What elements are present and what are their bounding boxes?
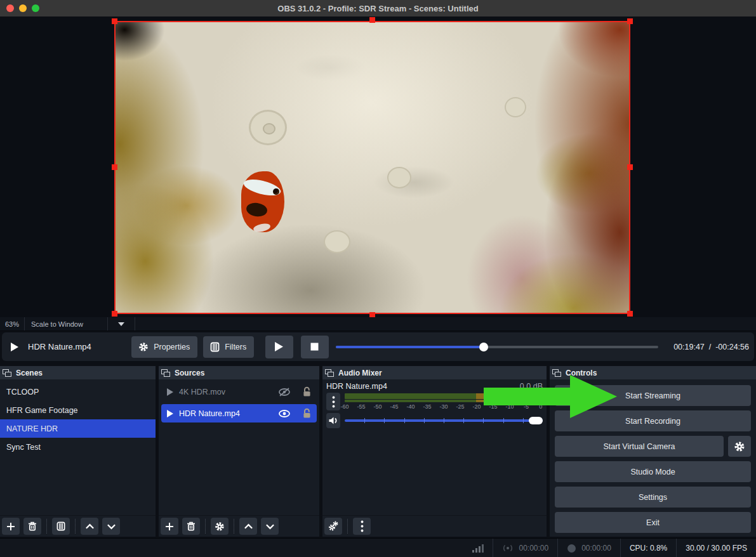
mixer-channel-menu-button[interactable] — [326, 393, 340, 410]
add-source-button[interactable] — [161, 518, 178, 535]
start-virtual-camera-button[interactable]: Start Virtual Camera — [555, 436, 724, 457]
properties-button[interactable]: Properties — [131, 336, 197, 358]
scenes-list: TCLOOP HFR Game Footage NATURE HDR Sync … — [0, 379, 156, 515]
volume-thumb[interactable] — [529, 417, 543, 424]
toolbar-separator — [75, 519, 76, 534]
audio-mixer-panel: Audio Mixer HDR Nature.mp4 0.0 dB — [322, 366, 547, 537]
seek-thumb[interactable] — [479, 343, 488, 351]
scene-item-tcloop[interactable]: TCLOOP — [0, 383, 156, 401]
resize-handle-top-center[interactable] — [369, 17, 375, 23]
unlock-icon[interactable] — [302, 386, 312, 397]
start-recording-button[interactable]: Start Recording — [555, 410, 751, 431]
trash-icon — [187, 521, 196, 531]
obs-window: OBS 31.0.2 - Profile: SDR Stream - Scene… — [0, 0, 756, 557]
kebab-menu-icon — [332, 396, 335, 408]
remove-source-button[interactable] — [182, 518, 200, 535]
eye-icon[interactable] — [278, 409, 291, 419]
controls-panel: Controls Start Streaming Start Recording… — [550, 366, 756, 537]
volume-slider[interactable] — [345, 416, 543, 425]
media-play-button[interactable] — [265, 336, 293, 358]
start-streaming-button[interactable]: Start Streaming — [555, 385, 751, 406]
status-bar: 00:00:00 00:00:00 CPU: 0.8% 30.00 / 30.0… — [0, 538, 756, 557]
fps-display: 30.00 / 30.00 FPS — [677, 539, 756, 557]
resize-handle-bottom-right[interactable] — [627, 311, 633, 317]
panel-icon — [161, 369, 170, 377]
controls-panel-title: Controls — [566, 369, 597, 377]
sources-panel-header[interactable]: Sources — [159, 366, 319, 379]
toolbar-separator — [234, 519, 234, 534]
move-source-down-button[interactable] — [261, 518, 279, 535]
scale-mode-label[interactable]: Scale to Window — [25, 317, 108, 331]
scene-item-sync-test[interactable]: Sync Test — [0, 438, 156, 456]
resize-handle-top-left[interactable] — [112, 18, 117, 24]
play-icon — [274, 341, 284, 352]
media-source-icon — [166, 409, 174, 418]
scene-filters-button[interactable] — [52, 518, 70, 535]
mixer-menu-button[interactable] — [353, 518, 371, 535]
media-time-display: 00:19:47 / -00:24:56 — [673, 343, 749, 351]
resize-handle-bottom-left[interactable] — [112, 311, 117, 317]
mixer-toolbar — [322, 515, 547, 537]
volume-meter-left — [345, 393, 543, 399]
stop-icon — [310, 343, 319, 351]
studio-mode-button[interactable]: Studio Mode — [555, 461, 751, 482]
broadcast-icon — [502, 544, 514, 553]
anemone-bulb — [387, 167, 411, 188]
mixer-db-value: 0.0 dB — [520, 382, 543, 391]
filters-button[interactable]: Filters — [203, 336, 254, 358]
audio-mixer-panel-header[interactable]: Audio Mixer — [322, 366, 547, 379]
advanced-audio-properties-button[interactable] — [324, 518, 342, 535]
scene-item-nature-hdr[interactable]: NATURE HDR — [0, 419, 156, 438]
media-stop-button[interactable] — [301, 336, 329, 358]
video-canvas[interactable] — [114, 21, 630, 314]
source-row-4k-hdr[interactable]: 4K HDR.mov — [161, 383, 317, 401]
media-seek-slider[interactable] — [336, 343, 658, 351]
toolbar-separator — [205, 519, 206, 534]
sources-panel-title: Sources — [175, 369, 204, 377]
gear-icon — [734, 441, 745, 452]
filters-button-label: Filters — [225, 343, 246, 351]
move-source-up-button[interactable] — [239, 518, 257, 535]
settings-button[interactable]: Settings — [555, 487, 751, 508]
resize-handle-mid-right[interactable] — [627, 164, 633, 170]
resize-handle-mid-left[interactable] — [112, 164, 117, 170]
move-scene-down-button[interactable] — [102, 518, 120, 535]
controls-panel-header[interactable]: Controls — [550, 366, 756, 379]
scenes-panel-title: Scenes — [16, 369, 43, 377]
record-timer: 00:00:00 — [558, 539, 620, 557]
seek-progress — [336, 346, 484, 348]
record-icon — [567, 544, 576, 553]
mute-toggle-button[interactable] — [326, 413, 340, 428]
scene-item-hfr-game-footage[interactable]: HFR Game Footage — [0, 401, 156, 419]
audio-mixer-panel-title: Audio Mixer — [338, 369, 382, 377]
scale-mode-dropdown[interactable] — [108, 317, 135, 331]
media-source-name: HDR Nature.mp4 — [28, 342, 91, 351]
media-source-icon — [166, 388, 174, 396]
eye-slash-icon[interactable] — [278, 387, 291, 397]
resize-handle-top-right[interactable] — [627, 18, 633, 24]
speaker-icon — [328, 416, 338, 425]
virtual-camera-settings-button[interactable] — [728, 436, 751, 457]
preview-scale-row: 63% Scale to Window — [0, 317, 756, 331]
signal-bars-icon — [472, 544, 484, 553]
volume-meter-scale: -60 -55 -50 -45 -40 -35 -30 -25 -20 -15 … — [345, 403, 543, 411]
anemone-bulb — [249, 110, 287, 145]
chevron-down-icon — [265, 523, 275, 530]
gear-icon — [215, 521, 225, 532]
title-bar: OBS 31.0.2 - Profile: SDR Stream - Scene… — [0, 0, 756, 16]
plus-icon — [165, 522, 174, 531]
zoom-window-button[interactable] — [32, 4, 39, 12]
exit-button[interactable]: Exit — [555, 512, 751, 533]
remove-scene-button[interactable] — [23, 518, 41, 535]
move-scene-up-button[interactable] — [81, 518, 98, 535]
zoom-percent: 63% — [0, 317, 25, 331]
minimize-window-button[interactable] — [19, 4, 27, 12]
add-scene-button[interactable] — [2, 518, 20, 535]
source-row-hdr-nature[interactable]: HDR Nature.mp4 — [161, 404, 317, 423]
source-properties-button[interactable] — [211, 518, 229, 535]
close-window-button[interactable] — [6, 4, 14, 12]
unlock-icon[interactable] — [302, 408, 312, 419]
volume-meter-right — [345, 400, 543, 402]
scenes-panel-header[interactable]: Scenes — [0, 366, 156, 379]
preview-area — [0, 16, 756, 317]
